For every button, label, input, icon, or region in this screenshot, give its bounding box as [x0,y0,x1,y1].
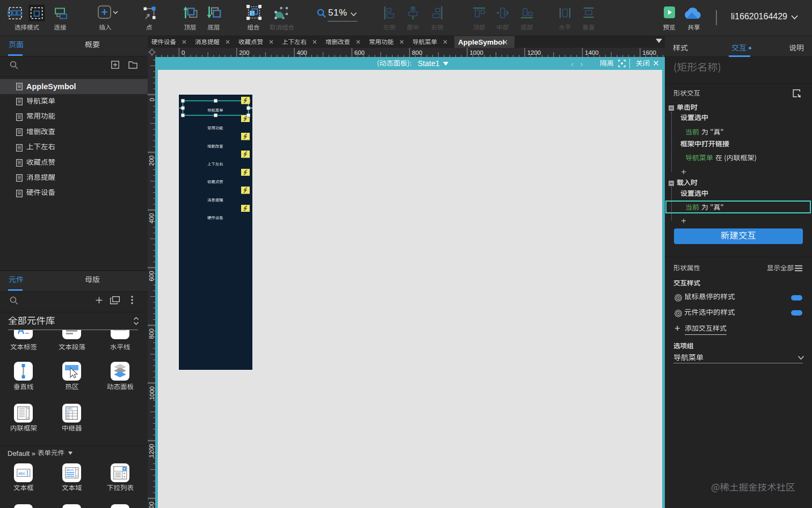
svg-text:400: 400 [149,213,155,224]
svg-text:abcd: abcd [67,468,74,471]
svg-text:0: 0 [182,49,185,56]
svg-text:1000: 1000 [149,387,155,400]
svg-text:400: 400 [297,49,307,56]
svg-text:800: 800 [412,49,422,56]
svg-text:600: 600 [149,271,155,281]
svg-text:200: 200 [149,155,155,166]
svg-text:1400: 1400 [149,502,155,508]
svg-text:600: 600 [354,49,365,56]
svg-text:1200: 1200 [149,444,155,458]
svg-text:1600: 1600 [642,49,656,56]
svg-text:ABC: ABC [67,407,73,410]
svg-text:1200: 1200 [527,49,541,56]
svg-text:1400: 1400 [585,49,599,56]
svg-text:800: 800 [149,328,155,339]
svg-text:1000: 1000 [469,49,483,56]
svg-text:abc: abc [18,471,25,476]
svg-text:200: 200 [239,49,249,56]
svg-text:0: 0 [149,98,155,101]
